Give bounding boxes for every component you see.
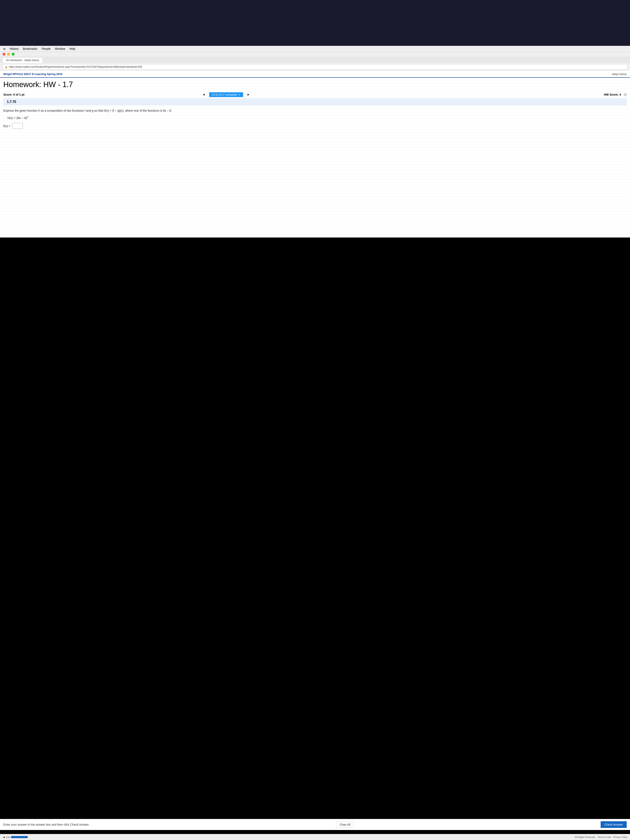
answer-label: f(x) = (3, 124, 11, 128)
menu-item-help[interactable]: Help (69, 47, 76, 51)
bottom-instruction-bar: Enter your answer in the answer box and … (0, 819, 630, 830)
lock-icon: 🔒 (5, 66, 8, 68)
hw-score-label: HW Score: 4 (604, 93, 621, 96)
progress-indicator[interactable]: 13 of 14 (7 complete) ▼ (209, 92, 243, 97)
footer: ◄ part All Rights Reserved. Terms of Use… (0, 834, 630, 840)
back-arrow-icon[interactable]: ◄ (3, 835, 5, 839)
menu-item-people[interactable]: People (42, 47, 51, 51)
minimize-button[interactable] (7, 53, 10, 55)
address-bar[interactable]: 🔒 https://www.mathxl.com/Student/PlayerH… (3, 64, 627, 69)
question-text: Express the given function h as a compos… (3, 109, 627, 113)
maximize-button[interactable] (12, 53, 14, 55)
site-title: Wright MTH112 20217 E-Learning Spring 20… (3, 73, 62, 76)
top-bezel (0, 0, 630, 46)
homework-title: Homework: HW - 1.7 (3, 80, 627, 89)
site-header: Wright MTH112 20217 E-Learning Spring 20… (0, 71, 630, 78)
clear-all-button[interactable]: Clear All (336, 821, 354, 828)
check-answer-button[interactable]: Check Answer (601, 821, 627, 828)
question-space (0, 132, 630, 215)
nav-controls: ◄ 13 of 14 (7 complete) ▼ ► (201, 92, 252, 97)
url-text: https://www.mathxl.com/Student/PlayerHom… (9, 65, 142, 68)
instruction-text: Enter your answer in the answer box and … (3, 823, 89, 826)
question-number: 1.7.75 (7, 100, 16, 104)
score-value: 0 of 1 pt (13, 93, 24, 96)
address-bar-row: 🔒 https://www.mathxl.com/Student/PlayerH… (0, 63, 630, 71)
privacy-link[interactable]: Privacy Policy (613, 836, 627, 838)
part-label: part (6, 836, 10, 838)
question-content: Express the given function h as a compos… (0, 105, 630, 132)
dropdown-arrow-icon: ▼ (238, 93, 241, 96)
menu-item-history[interactable]: History (9, 47, 19, 51)
menu-item-w[interactable]: w (3, 47, 5, 51)
user-name: Jaelyn Dancy (612, 73, 627, 76)
footer-part: ◄ part (3, 835, 28, 839)
page-content: Wright MTH112 20217 E-Learning Spring 20… (0, 71, 630, 237)
menu-item-window[interactable]: Window (55, 47, 65, 51)
score-row: Score: 0 of 1 pt ◄ 13 of 14 (7 complete)… (0, 91, 630, 98)
terms-link[interactable]: Terms of Use (598, 836, 611, 838)
tab-bar: Do Homework - Jaelyn Dancy (0, 57, 630, 63)
menu-item-bookmarks[interactable]: Bookmarks (23, 47, 38, 51)
traffic-lights (0, 52, 630, 57)
footer-links: All Rights Reserved. Terms of Use Privac… (575, 836, 627, 838)
next-question-button[interactable]: ► (245, 92, 252, 97)
answer-row: f(x) = (3, 123, 627, 129)
hw-title-section: Homework: HW - 1.7 (0, 78, 630, 91)
question-num-row: 1.7.75 (3, 98, 627, 105)
footer-progress-bar (11, 836, 28, 838)
menu-bar: w History Bookmarks People Window Help (0, 46, 630, 52)
active-tab[interactable]: Do Homework - Jaelyn Dancy (3, 57, 43, 63)
exponent: 3 (27, 116, 28, 118)
progress-text: 13 of 14 (7 complete) (212, 93, 237, 96)
function-display: h(x) = (8x – 6)3 (8, 116, 627, 120)
prev-question-button[interactable]: ◄ (201, 92, 207, 97)
footer-rights: All Rights Reserved. (575, 836, 595, 838)
fx-input[interactable] (12, 123, 23, 129)
close-button[interactable] (3, 53, 5, 55)
grid-icon: ⊞ (624, 92, 627, 97)
score-label: Score: 0 of 1 pt (3, 93, 24, 96)
